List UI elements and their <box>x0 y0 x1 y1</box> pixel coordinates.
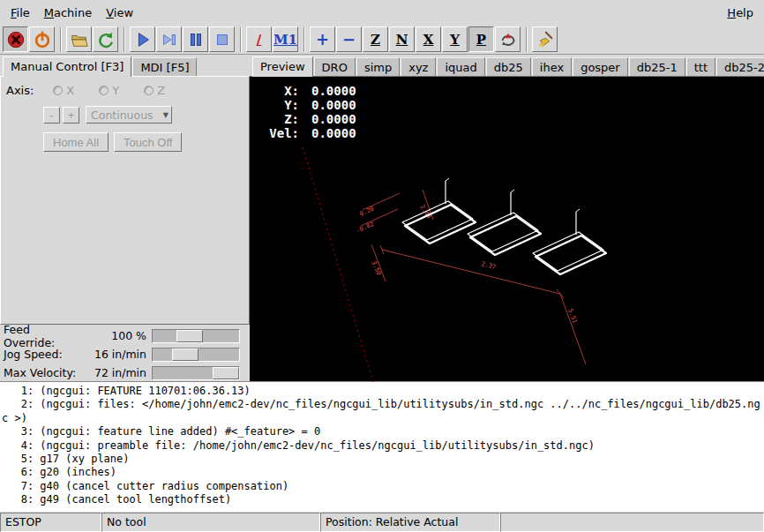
readout-z: Z:0.0000 <box>257 112 356 126</box>
rotate-view-icon <box>498 30 518 49</box>
reload-button[interactable] <box>93 26 118 52</box>
side-view-icon: X <box>423 32 434 48</box>
machine-state-status: ESTOP <box>0 513 101 532</box>
tab-mdi[interactable]: MDI [F5] <box>132 57 197 76</box>
toolbar: / M1 + − Z N X Y P <box>0 25 764 55</box>
max-velocity-label: Max Velocity: <box>4 366 85 379</box>
pocket-1 <box>402 178 476 244</box>
slider-handle[interactable] <box>213 367 239 379</box>
tab-iquad[interactable]: iquad <box>437 57 484 76</box>
max-velocity-row: Max Velocity: 72 in/min <box>4 363 246 382</box>
rotate-view-button[interactable] <box>495 26 521 52</box>
toolpath-shapes <box>402 178 606 274</box>
tab-db25[interactable]: db25 <box>486 57 531 76</box>
open-file-button[interactable] <box>66 26 92 52</box>
tab-xyz[interactable]: xyz <box>401 57 436 76</box>
slider-handle[interactable] <box>176 330 203 342</box>
axis-y-label: Y <box>112 84 119 97</box>
position-readout: X:0.0000 Y:0.0000 Z:0.0000 Vel:0.0000 <box>257 84 356 140</box>
gcode-line: 2: (ngcgui: files: </home/john/emc2-dev/… <box>2 398 764 425</box>
override-sliders: Feed Override: 100 % Jog Speed: 16 in/mi… <box>0 325 250 381</box>
jog-speed-slider[interactable] <box>152 348 240 362</box>
run-icon <box>133 30 153 49</box>
axis-z-label: Z <box>157 84 165 97</box>
menu-view[interactable]: View <box>99 3 140 23</box>
pause-button[interactable] <box>183 26 208 52</box>
touch-off-button[interactable]: Touch Off <box>114 132 182 152</box>
menu-machine[interactable]: Machine <box>37 3 99 23</box>
jog-increment-combobox[interactable]: Continuous ▼ <box>86 106 172 124</box>
gcode-listing[interactable]: 1: (ngcgui: FEATURE 110701:06.36.13) 2: … <box>0 381 764 512</box>
max-velocity-slider[interactable] <box>152 366 240 380</box>
dim-label: 3.50 <box>370 260 382 277</box>
machine-power-button[interactable] <box>29 26 55 52</box>
side-view-button[interactable]: X <box>416 26 441 52</box>
tab-db25-2[interactable]: db25-2 <box>716 57 764 76</box>
preview-canvas[interactable]: 0.20 -0.02 2.44 3.50 2.37 5.51 <box>250 76 764 381</box>
jog-plus-button[interactable]: + <box>63 107 79 124</box>
radio-icon <box>99 86 109 95</box>
feed-override-slider[interactable] <box>152 329 240 343</box>
tab-db25-1[interactable]: db25-1 <box>629 57 685 76</box>
machine-power-icon <box>33 30 52 49</box>
perspective-view-button[interactable]: P <box>468 26 494 52</box>
estop-button[interactable] <box>3 26 28 52</box>
toolbar-separator <box>124 27 125 52</box>
tab-gosper[interactable]: gosper <box>573 57 628 76</box>
readout-x: X:0.0000 <box>257 84 356 98</box>
tab-ttt[interactable]: ttt <box>686 57 715 76</box>
control-tabs: Manual Control [F3] MDI [F5] <box>0 55 250 76</box>
preview-notebook: Preview DRO simp xyz iquad db25 ihex gos… <box>250 55 764 381</box>
rotated-top-view-icon: N <box>396 32 408 48</box>
max-velocity-value: 72 in/min <box>85 366 152 379</box>
zoom-out-button[interactable]: − <box>336 26 362 52</box>
jog-minus-button[interactable]: - <box>43 107 60 124</box>
optional-pause-toggle[interactable]: M1 <box>273 26 298 52</box>
reload-icon <box>96 30 116 49</box>
dim-label: 0.20 <box>359 206 376 218</box>
slider-handle[interactable] <box>172 348 198 361</box>
skip-lines-toggle[interactable]: / <box>246 26 272 52</box>
tab-simp[interactable]: simp <box>356 57 400 76</box>
axis-x-label: X <box>66 84 74 97</box>
axis-radio-group: X Y Z <box>53 84 190 97</box>
feed-override-row: Feed Override: 100 % <box>4 326 246 345</box>
jog-increment-value: Continuous <box>91 109 154 122</box>
axis-radio-x[interactable]: X <box>53 84 74 97</box>
step-button[interactable] <box>156 26 182 52</box>
optional-pause-icon: M1 <box>273 32 297 48</box>
front-view-button[interactable]: Y <box>442 26 468 52</box>
status-filler <box>500 513 764 532</box>
position-mode-status: Position: Relative Actual <box>320 513 500 532</box>
axis-radio-z[interactable]: Z <box>144 84 165 97</box>
readout-vel: Vel:0.0000 <box>257 126 356 140</box>
top-view-icon: Z <box>371 32 380 48</box>
feed-override-label: Feed Override: <box>4 323 85 349</box>
tab-dro[interactable]: DRO <box>314 57 356 76</box>
menubar: File Machine View Help <box>0 0 764 25</box>
stop-button[interactable] <box>209 26 235 52</box>
top-view-button[interactable]: Z <box>363 26 388 52</box>
home-all-button[interactable]: Home All <box>43 132 109 152</box>
menu-help[interactable]: Help <box>720 3 760 23</box>
tab-manual-control[interactable]: Manual Control [F3] <box>3 56 131 77</box>
feed-override-value: 100 % <box>85 329 152 342</box>
readout-y: Y:0.0000 <box>257 98 356 112</box>
dimension-lines <box>361 190 586 364</box>
tab-preview[interactable]: Preview <box>252 56 313 77</box>
clear-plot-icon <box>536 30 555 49</box>
run-button[interactable] <box>130 26 155 52</box>
axis-radio-y[interactable]: Y <box>99 84 119 97</box>
estop-icon <box>6 30 26 49</box>
jog-speed-value: 16 in/min <box>85 348 152 361</box>
radio-icon <box>144 86 154 95</box>
step-icon <box>160 30 179 49</box>
manual-control-frame: Axis: X Y Z - <box>0 76 250 325</box>
rotated-top-view-button[interactable]: N <box>389 26 415 52</box>
tab-ihex[interactable]: ihex <box>532 57 572 76</box>
zoom-in-button[interactable]: + <box>310 26 335 52</box>
menu-file[interactable]: File <box>4 3 37 23</box>
gcode-line: 8: g49 (cancel tool lengthoffset) <box>2 493 764 506</box>
jog-speed-label: Jog Speed: <box>4 348 85 361</box>
clear-plot-button[interactable] <box>532 26 558 52</box>
